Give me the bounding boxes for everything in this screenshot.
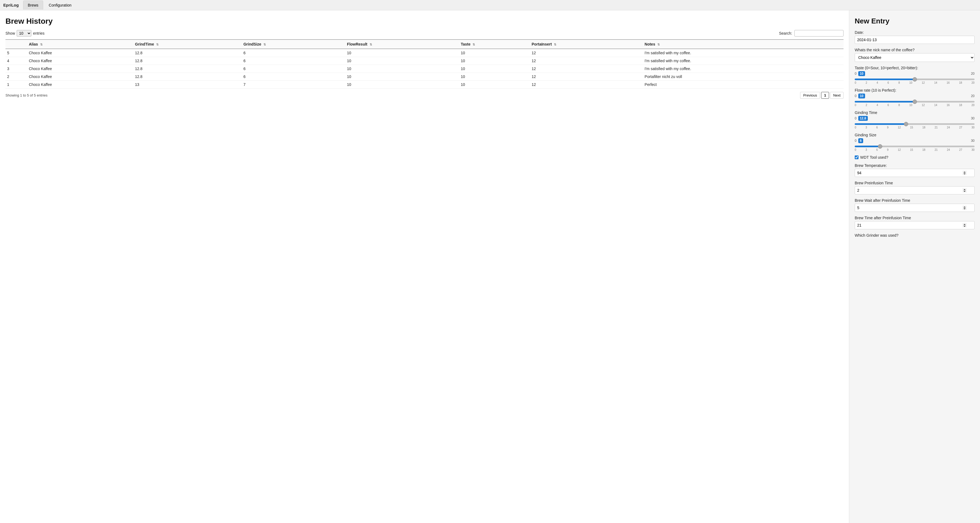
table-cell-num: 3: [5, 65, 27, 73]
pagination-controls: Previous 1 Next: [800, 92, 843, 99]
tick-14: 14: [934, 104, 937, 107]
table-cell-notes: I'm satisfied with my coffee.: [643, 49, 843, 57]
col-header-flowResult[interactable]: FlowResult ⇅: [345, 40, 459, 49]
tick-4: 4: [877, 81, 878, 84]
table-cell-num: 4: [5, 57, 27, 65]
table-row[interactable]: 4Choco Kaffee12.86101012I'm satisfied wi…: [5, 57, 843, 65]
col-header-grindSize[interactable]: GrindSize ⇅: [242, 40, 345, 49]
tick-9: 9: [887, 148, 889, 151]
table-cell-portaInsert: 12: [530, 73, 643, 81]
grind-size-slider[interactable]: [855, 146, 975, 147]
table-cell-num: 1: [5, 81, 27, 89]
table-body: 5Choco Kaffee12.86101012I'm satisfied wi…: [5, 49, 843, 89]
table-cell-flowResult: 10: [345, 65, 459, 73]
next-button[interactable]: Next: [830, 92, 843, 99]
page-1-button[interactable]: 1: [821, 92, 829, 99]
app-brand: EpriLog: [3, 3, 19, 7]
taste-min-display: 0: [855, 72, 857, 76]
tick-21: 21: [935, 126, 938, 129]
col-header-grindTime[interactable]: GrindTime ⇅: [134, 40, 242, 49]
brew-wait-wrap: [855, 204, 975, 212]
table-row[interactable]: 1Choco Kaffee137101012Perfect: [5, 81, 843, 89]
taste-slider[interactable]: [855, 79, 975, 80]
wdt-label[interactable]: WDT Tool used?: [860, 155, 888, 160]
tick-24: 24: [947, 148, 950, 151]
flow-slider[interactable]: [855, 101, 975, 103]
col-header-taste[interactable]: Taste ⇅: [459, 40, 530, 49]
tick-30: 30: [972, 126, 975, 129]
entries-suffix: entries: [33, 31, 45, 35]
table-cell-portaInsert: 12: [530, 57, 643, 65]
table-cell-num: 2: [5, 73, 27, 81]
search-input[interactable]: [794, 30, 843, 36]
table-cell-flowResult: 10: [345, 73, 459, 81]
grind-time-slider[interactable]: [855, 123, 975, 125]
tick-27: 27: [959, 126, 962, 129]
show-entries-control: Show 5102550100 entries: [5, 30, 45, 36]
prev-button[interactable]: Previous: [800, 92, 820, 99]
pagination-info: Showing 1 to 5 of 5 entries: [5, 93, 48, 97]
coffee-name-select[interactable]: Choco Kaffee: [855, 53, 975, 62]
table-cell-taste: 10: [459, 73, 530, 81]
brew-wait-input[interactable]: [855, 204, 975, 212]
tick-0: 0: [855, 81, 856, 84]
tick-27: 27: [959, 148, 962, 151]
table-cell-taste: 10: [459, 81, 530, 89]
table-cell-taste: 10: [459, 49, 530, 57]
flow-value-badge: 10: [858, 94, 865, 98]
table-cell-num: 5: [5, 49, 27, 57]
flow-max-display: 20: [971, 94, 975, 98]
tick-0: 0: [855, 104, 856, 107]
brew-temp-input[interactable]: [855, 169, 975, 177]
sort-icon-grindSize: ⇅: [263, 43, 266, 46]
brew-time-group: Brew Time after Preinfusion Time: [855, 216, 975, 229]
nav-tab-configuration[interactable]: Configuration: [44, 0, 76, 10]
nav-tab-brews[interactable]: Brews: [23, 0, 43, 10]
col-header-portaInsert[interactable]: PortaInsert ⇅: [530, 40, 643, 49]
date-group: Date:: [855, 30, 975, 44]
tick-18: 18: [959, 104, 962, 107]
sort-icon-portaInsert: ⇅: [554, 43, 556, 46]
wdt-checkbox[interactable]: [855, 155, 859, 159]
tick-3: 3: [865, 126, 867, 129]
tick-14: 14: [934, 81, 937, 84]
table-row[interactable]: 2Choco Kaffee12.86101012Portafilter nich…: [5, 73, 843, 81]
tick-0: 0: [855, 148, 856, 151]
brew-time-wrap: [855, 221, 975, 229]
tick-15: 15: [910, 126, 913, 129]
entries-select[interactable]: 5102550100: [17, 30, 32, 36]
tick-15: 15: [910, 148, 913, 151]
table-cell-notes: I'm satisfied with my coffee.: [643, 65, 843, 73]
taste-slider-group: Taste (0=Sour, 10=perfect, 20=bitter): 0…: [855, 66, 975, 84]
table-row[interactable]: 3Choco Kaffee12.86101012I'm satisfied wi…: [5, 65, 843, 73]
coffee-name-group: Whats the nick name of the coffee? Choco…: [855, 48, 975, 62]
page-title: Brew History: [5, 17, 843, 25]
left-panel: Brew History Show 5102550100 entries Sea…: [0, 10, 849, 523]
right-panel: New Entry Date: Whats the nick name of t…: [849, 10, 980, 523]
col-header-alias[interactable]: Alias ⇅: [27, 40, 134, 49]
nav-tabs: BrewsConfiguration: [23, 0, 77, 10]
tick-6: 6: [876, 126, 878, 129]
brew-temp-group: Brew Temperature:: [855, 163, 975, 177]
brew-preinf-input[interactable]: [855, 186, 975, 195]
tick-20: 20: [972, 81, 975, 84]
tick-3: 3: [865, 148, 867, 151]
top-navigation: EpriLog BrewsConfiguration: [0, 0, 980, 10]
table-row[interactable]: 5Choco Kaffee12.86101012I'm satisfied wi…: [5, 49, 843, 57]
taste-value-badge: 10: [858, 71, 865, 76]
wdt-checkbox-group: WDT Tool used?: [855, 155, 975, 160]
date-input[interactable]: [855, 36, 975, 44]
table-cell-alias: Choco Kaffee: [27, 65, 134, 73]
sort-icon-taste: ⇅: [473, 43, 475, 46]
brew-time-input[interactable]: [855, 221, 975, 229]
tick-12: 12: [898, 148, 901, 151]
tick-8: 8: [898, 81, 900, 84]
tick-12: 12: [898, 126, 901, 129]
flow-slider-group: Flow rate (10 is Perfect): 0 10 20 02468…: [855, 88, 975, 107]
table-cell-flowResult: 10: [345, 49, 459, 57]
flow-value-row: 0 10 20: [855, 94, 975, 98]
tick-10: 10: [909, 81, 912, 84]
col-header-notes[interactable]: Notes ⇅: [643, 40, 843, 49]
tick-6: 6: [876, 148, 878, 151]
col-header-num[interactable]: [5, 40, 27, 49]
